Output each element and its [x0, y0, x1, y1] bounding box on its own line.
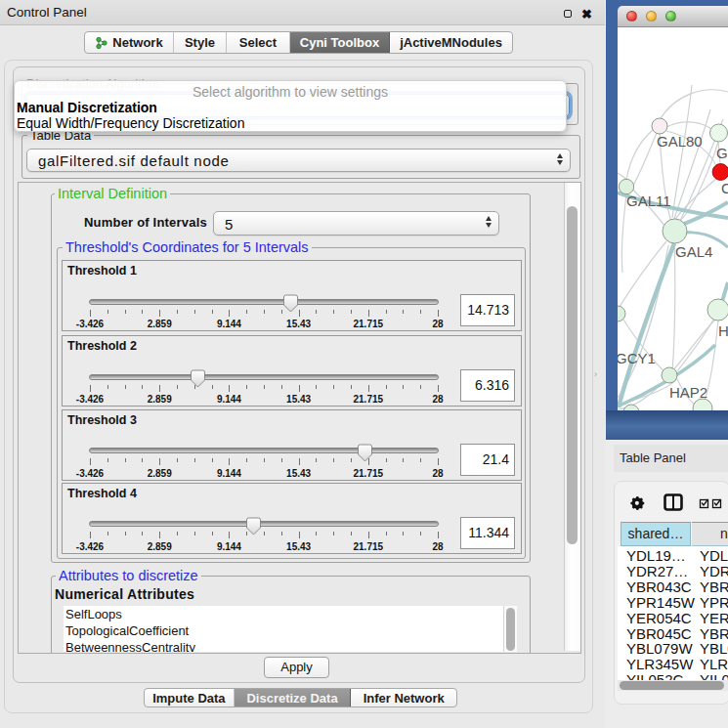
svg-text:H: H: [718, 322, 728, 339]
svg-text:HAP2: HAP2: [669, 384, 707, 401]
svg-text:GCY1: GCY1: [618, 350, 656, 366]
svg-text:GAL80: GAL80: [657, 133, 703, 150]
svg-text:GAL4: GAL4: [675, 243, 712, 260]
svg-text:G.: G.: [716, 145, 728, 161]
svg-text:C: C: [721, 180, 728, 196]
svg-text:GAL11: GAL11: [626, 193, 671, 209]
